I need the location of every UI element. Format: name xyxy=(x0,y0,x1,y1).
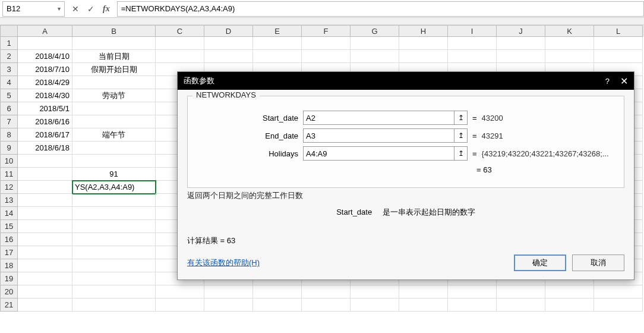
cell[interactable] xyxy=(156,37,204,50)
cell[interactable] xyxy=(351,50,399,63)
cancel-icon[interactable]: ✕ xyxy=(72,4,79,14)
cell[interactable] xyxy=(253,299,302,312)
cell[interactable] xyxy=(72,285,156,299)
cell[interactable] xyxy=(351,285,399,299)
row-header[interactable]: 19 xyxy=(0,272,18,285)
cell[interactable] xyxy=(156,50,204,63)
column-header[interactable]: F xyxy=(302,25,351,37)
cell[interactable] xyxy=(594,50,643,63)
column-header[interactable]: K xyxy=(545,25,594,37)
cell[interactable] xyxy=(545,299,594,312)
cell[interactable] xyxy=(72,246,156,259)
row-header[interactable]: 5 xyxy=(0,89,18,102)
cell[interactable] xyxy=(18,246,72,259)
row-header[interactable]: 7 xyxy=(0,115,18,128)
cell[interactable] xyxy=(448,37,497,50)
cell[interactable] xyxy=(72,233,156,246)
cell[interactable] xyxy=(18,194,72,207)
argument-input[interactable] xyxy=(303,111,454,125)
cell[interactable]: 假期开始日期 xyxy=(72,63,156,76)
cell[interactable]: 91 xyxy=(72,168,156,181)
cell[interactable] xyxy=(204,285,253,299)
cell[interactable] xyxy=(399,37,448,50)
cell[interactable] xyxy=(72,220,156,233)
column-header[interactable]: G xyxy=(351,25,399,37)
row-header[interactable]: 13 xyxy=(0,194,18,207)
cell[interactable] xyxy=(204,50,253,63)
cell[interactable]: 2018/6/16 xyxy=(18,115,72,128)
cell[interactable]: YS(A2,A3,A4:A9) xyxy=(72,181,156,194)
cell[interactable] xyxy=(72,272,156,285)
collapse-icon[interactable]: ↥ xyxy=(454,146,468,161)
cell[interactable]: 端午节 xyxy=(72,128,156,142)
cell[interactable]: 2018/6/17 xyxy=(18,128,72,142)
cell[interactable] xyxy=(18,272,72,285)
row-header[interactable]: 18 xyxy=(0,259,18,272)
row-header[interactable]: 3 xyxy=(0,63,18,76)
select-all-corner[interactable] xyxy=(0,25,18,37)
cell[interactable]: 2018/4/29 xyxy=(18,76,72,89)
cell[interactable] xyxy=(72,259,156,272)
row-header[interactable]: 1 xyxy=(0,37,18,50)
cell[interactable] xyxy=(18,181,72,194)
row-header[interactable]: 9 xyxy=(0,142,18,155)
cell[interactable]: 劳动节 xyxy=(72,89,156,102)
cell[interactable] xyxy=(302,285,351,299)
cell[interactable] xyxy=(72,299,156,312)
cell[interactable] xyxy=(72,155,156,168)
cell[interactable] xyxy=(18,299,72,312)
cell[interactable] xyxy=(72,142,156,155)
cell[interactable] xyxy=(545,37,594,50)
cell[interactable] xyxy=(72,102,156,115)
cell[interactable] xyxy=(497,285,545,299)
cell[interactable] xyxy=(448,285,497,299)
row-header[interactable]: 14 xyxy=(0,207,18,220)
cell[interactable] xyxy=(253,50,302,63)
cell[interactable] xyxy=(399,299,448,312)
column-header[interactable]: H xyxy=(399,25,448,37)
cell[interactable] xyxy=(302,50,351,63)
cell[interactable] xyxy=(156,285,204,299)
row-header[interactable]: 10 xyxy=(0,155,18,168)
column-header[interactable]: B xyxy=(72,25,156,37)
cell[interactable] xyxy=(72,207,156,220)
row-header[interactable]: 11 xyxy=(0,168,18,181)
cell[interactable] xyxy=(497,299,545,312)
help-icon[interactable]: ? xyxy=(605,77,610,86)
cell[interactable] xyxy=(72,194,156,207)
cell[interactable] xyxy=(18,37,72,50)
cell[interactable] xyxy=(448,50,497,63)
collapse-icon[interactable]: ↥ xyxy=(454,128,468,143)
cell[interactable] xyxy=(18,285,72,299)
cell[interactable] xyxy=(18,233,72,246)
cell[interactable] xyxy=(72,115,156,128)
cell[interactable] xyxy=(448,299,497,312)
help-link[interactable]: 有关该函数的帮助(H) xyxy=(187,257,260,268)
cell[interactable] xyxy=(204,37,253,50)
row-header[interactable]: 15 xyxy=(0,220,18,233)
cell[interactable] xyxy=(351,299,399,312)
chevron-down-icon[interactable]: ▾ xyxy=(58,5,61,12)
cell[interactable]: 2018/7/10 xyxy=(18,63,72,76)
cell[interactable] xyxy=(18,220,72,233)
cell[interactable] xyxy=(302,299,351,312)
cell[interactable] xyxy=(594,37,643,50)
cell[interactable] xyxy=(72,37,156,50)
column-header[interactable]: I xyxy=(448,25,497,37)
cell[interactable]: 2018/5/1 xyxy=(18,102,72,115)
column-header[interactable]: D xyxy=(204,25,253,37)
cell[interactable] xyxy=(18,155,72,168)
row-header[interactable]: 8 xyxy=(0,128,18,142)
cell[interactable] xyxy=(594,285,643,299)
dialog-titlebar[interactable]: 函数参数 ? ✕ xyxy=(178,72,634,90)
collapse-icon[interactable]: ↥ xyxy=(454,111,468,125)
cell[interactable] xyxy=(253,285,302,299)
cell[interactable] xyxy=(18,168,72,181)
cell[interactable] xyxy=(545,285,594,299)
cell[interactable] xyxy=(351,37,399,50)
row-header[interactable]: 4 xyxy=(0,76,18,89)
cell[interactable] xyxy=(18,259,72,272)
cell[interactable] xyxy=(545,50,594,63)
cell[interactable] xyxy=(302,37,351,50)
cell[interactable] xyxy=(72,76,156,89)
